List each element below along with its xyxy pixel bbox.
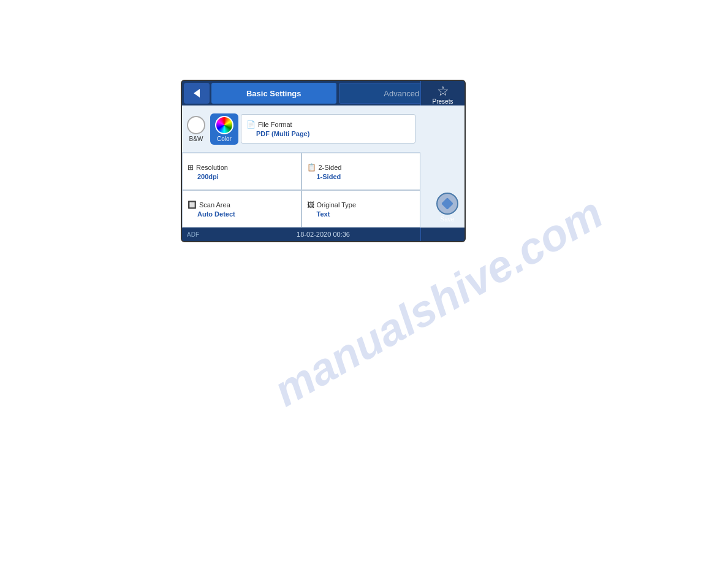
file-format-value: PDF (Multi Page) — [246, 130, 410, 137]
datetime-label: 18-02-2020 00:36 — [297, 231, 350, 238]
back-button[interactable] — [184, 83, 210, 104]
scan-area-value: Auto Detect — [188, 210, 296, 218]
two-sided-title: 📋 2-Sided — [307, 163, 415, 172]
tab-bar: Basic Settings Advanced ☆ Presets Not In… — [182, 81, 464, 105]
original-type-title: 🖼 Original Type — [307, 201, 415, 209]
back-arrow-icon — [194, 89, 200, 98]
device-screen: Basic Settings Advanced ☆ Presets Not In… — [181, 80, 466, 242]
file-format-icon: 📄 — [246, 120, 256, 129]
resolution-value: 200dpi — [188, 173, 296, 180]
original-type-icon: 🖼 — [307, 201, 314, 209]
bw-option[interactable]: B&W — [187, 116, 205, 142]
resolution-cell[interactable]: ⊞ Resolution 200dpi — [182, 153, 301, 190]
file-format-title: 📄 File Format — [246, 120, 410, 129]
scan-area-title: 🔲 Scan Area — [188, 201, 296, 209]
color-selector-row: B&W Color 📄 File Format PDF (Multi Page) — [182, 105, 420, 153]
color-label: Color — [217, 136, 232, 142]
two-sided-value: 1-Sided — [307, 173, 415, 180]
color-option[interactable]: Color — [210, 113, 238, 145]
original-type-cell[interactable]: 🖼 Original Type Text — [301, 190, 421, 228]
file-format-cell[interactable]: 📄 File Format PDF (Multi Page) — [241, 114, 415, 144]
save-circle — [436, 193, 458, 215]
two-sided-cell[interactable]: 📋 2-Sided 1-Sided — [301, 153, 421, 190]
diamond-icon — [441, 197, 453, 210]
bw-circle — [187, 116, 205, 134]
content-area: B&W Color 📄 File Format PDF (Multi Page) — [182, 105, 420, 228]
resolution-title: ⊞ Resolution — [188, 163, 296, 172]
tab-basic-settings[interactable]: Basic Settings — [211, 83, 336, 104]
original-type-value: Text — [307, 210, 415, 218]
two-sided-icon: 📋 — [307, 163, 316, 172]
color-wheel-icon — [215, 116, 233, 134]
page-background: manualshive.com Basic Settings Advanced … — [0, 0, 728, 563]
presets-button[interactable]: ☆ Presets — [433, 85, 453, 105]
scan-area-icon: 🔲 — [188, 201, 197, 209]
scan-area-cell[interactable]: 🔲 Scan Area Auto Detect — [182, 190, 301, 228]
main-content: B&W Color 📄 File Format PDF (Multi Page) — [182, 105, 464, 228]
star-icon: ☆ — [437, 85, 449, 98]
save-button[interactable]: Save — [436, 193, 458, 223]
bw-label: B&W — [189, 136, 203, 142]
resolution-icon: ⊞ — [188, 163, 194, 172]
adf-label: ADF — [187, 231, 199, 238]
